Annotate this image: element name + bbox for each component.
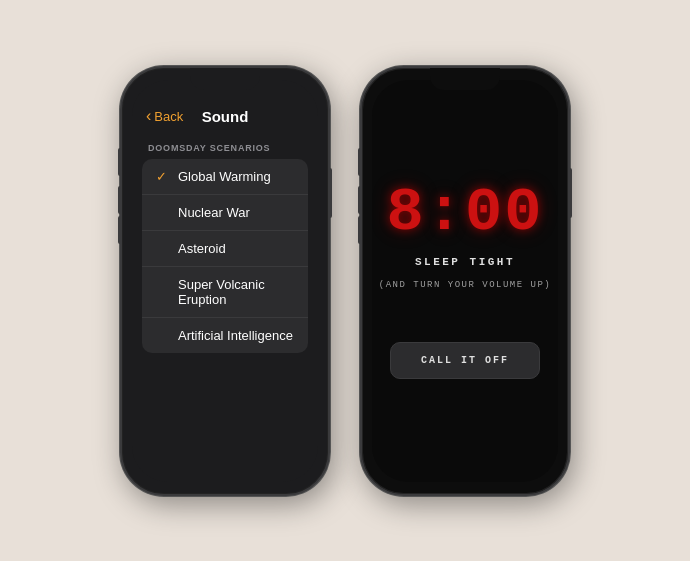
back-button[interactable]: ‹ Back [146, 107, 183, 125]
section-label: Doomsday Scenarios [132, 133, 318, 159]
menu-item-nuclear-war[interactable]: Nuclear War [142, 195, 308, 231]
item-label: Super Volcanic Eruption [178, 277, 294, 307]
nav-title: Sound [202, 108, 249, 125]
menu-item-asteroid[interactable]: Asteroid [142, 231, 308, 267]
menu-item-global-warming[interactable]: ✓ Global Warming [142, 159, 308, 195]
menu-list: ✓ Global Warming Nuclear War Asteroid Su… [142, 159, 308, 353]
screen-left: ‹ Back Sound Doomsday Scenarios ✓ Global… [132, 80, 318, 482]
item-label: Artificial Intelligence [178, 328, 293, 343]
checkmark-icon: ✓ [156, 169, 174, 184]
clock-display: 8:00 [387, 182, 544, 244]
back-label: Back [154, 109, 183, 124]
left-phone: ‹ Back Sound Doomsday Scenarios ✓ Global… [120, 66, 330, 496]
item-label: Asteroid [178, 241, 226, 256]
notch-left [190, 68, 260, 90]
back-chevron-icon: ‹ [146, 107, 151, 125]
sleep-text: SLEEP TIGHT [415, 256, 515, 268]
volume-text: (AND TURN YOUR VOLUME UP) [379, 280, 552, 290]
notch-right [430, 68, 500, 90]
item-label: Global Warming [178, 169, 271, 184]
menu-item-volcanic[interactable]: Super Volcanic Eruption [142, 267, 308, 318]
call-off-button[interactable]: CALL IT OFF [390, 342, 540, 379]
item-label: Nuclear War [178, 205, 250, 220]
menu-item-ai[interactable]: Artificial Intelligence [142, 318, 308, 353]
right-phone: 8:00 SLEEP TIGHT (AND TURN YOUR VOLUME U… [360, 66, 570, 496]
screen-right: 8:00 SLEEP TIGHT (AND TURN YOUR VOLUME U… [372, 80, 558, 482]
